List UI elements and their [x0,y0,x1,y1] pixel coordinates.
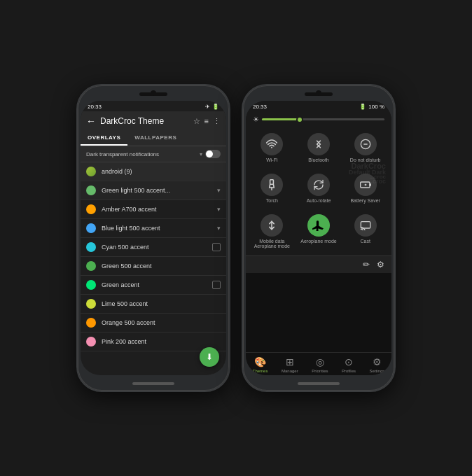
list-item[interactable]: android (9) [81,162,226,181]
themes-label: Themes [253,369,268,373]
right-camera [316,90,321,96]
qs-tile-autorotate[interactable]: Auto-rotate [297,169,341,207]
checkbox[interactable] [212,243,221,251]
nav-manager[interactable]: ⊞ Manager [282,356,298,373]
manager-icon: ⊞ [286,356,294,368]
brightness-slider[interactable] [262,118,384,120]
list-button[interactable]: ≡ [204,117,209,126]
autorotate-icon [307,174,330,196]
aeroplane-label: Aeroplane mode [300,239,336,244]
more-button[interactable]: ⋮ [213,117,221,126]
autorotate-label: Auto-rotate [307,198,331,203]
right-home-bar [298,382,340,385]
right-phone: 20:33 🔋 100 % ☀ [242,84,396,392]
color-swatch [86,242,96,252]
overlay-header-label: Dark transparent notifications [86,151,159,158]
overlay-list: android (9) Green light 500 accent... ▾ … [81,162,226,375]
list-item[interactable]: Amber A700 accent ▾ [81,200,226,219]
priorities-label: Priorities [312,369,328,373]
right-status-icons: 🔋 100 % [359,104,384,110]
watermark-text2: Default Dark...croc [349,168,386,186]
wifi-icon [261,133,283,155]
star-button[interactable]: ☆ [193,117,200,126]
nav-priorities[interactable]: ◎ Priorities [312,356,328,373]
dark-spacer [246,273,391,352]
mobile-data-label: Mobile data Aeroplane mode [254,239,290,248]
tab-wallpapers[interactable]: WALLPAPERS [127,131,183,146]
mobile-data-icon [261,214,283,237]
item-label: Lime 500 accent [102,300,221,307]
nav-settings-icon: ⚙ [373,356,382,368]
dropdown-arrow[interactable]: ▾ [200,151,202,158]
brightness-fill [262,118,299,120]
airplane-icon: ✈ [205,104,210,110]
aeroplane-icon [307,214,330,237]
pencil-icon[interactable]: ✏ [363,260,370,270]
nav-themes[interactable]: 🎨 Themes [253,356,268,373]
item-label: Amber A700 accent [102,206,211,213]
profiles-icon: ⊙ [345,356,353,368]
list-item[interactable]: Green light 500 accent... ▾ [81,181,226,200]
list-item[interactable]: Green 500 accent [81,257,226,276]
settings-icon[interactable]: ⚙ [377,260,384,270]
left-camera [151,90,156,96]
color-swatch [86,204,96,214]
android-icon [86,167,96,176]
cast-icon [354,214,377,237]
item-label: Green accent [102,281,207,288]
battery-saver-label: Battery Saver [350,198,380,203]
list-item[interactable]: Orange 500 accent [81,314,226,332]
checkbox[interactable] [212,281,221,289]
battery-icon: 🔋 [212,104,219,110]
color-swatch [86,223,96,233]
item-label: Pink 200 accent [102,338,221,345]
fab-download[interactable]: ⬇ [200,347,219,367]
qs-tile-mobile-data[interactable]: Mobile data Aeroplane mode [250,210,294,253]
color-swatch [86,299,96,309]
nav-settings[interactable]: ⚙ Settings [370,356,385,373]
qs-edit-bar: ✏ ⚙ [246,255,391,273]
torch-icon [261,174,283,196]
right-screen: 20:33 🔋 100 % ☀ [246,101,391,375]
list-item[interactable]: Lime 500 accent [81,295,226,314]
overlay-header-controls: ▾ [200,150,221,158]
settings-label: Settings [370,369,385,373]
list-item[interactable]: Green accent [81,276,226,295]
bluetooth-label: Bluetooth [308,158,329,162]
list-item[interactable]: Cyan 500 accent [81,238,226,257]
left-phone: 20:33 ✈ 🔋 ← DarkCroc Theme ☆ ≡ ⋮ [76,84,230,392]
overlay-toggle[interactable] [205,150,221,158]
overlay-header-row: Dark transparent notifications ▾ [81,146,226,162]
dropdown-icon[interactable]: ▾ [217,187,221,194]
list-item[interactable]: Blue light 500 accent ▾ [81,219,226,238]
priorities-icon: ◎ [316,356,324,368]
brightness-row: ☀ [246,111,391,126]
wifi-label: Wi-Fi [266,158,277,162]
item-label: Green 500 accent [102,262,221,270]
brightness-thumb[interactable] [296,116,303,123]
svg-rect-3 [270,180,274,184]
dropdown-icon[interactable]: ▾ [217,206,221,213]
tab-overlays[interactable]: OVERLAYS [81,131,127,146]
qs-tile-aeroplane[interactable]: Aeroplane mode [297,210,341,253]
bluetooth-icon [307,133,330,155]
back-button[interactable]: ← [86,115,96,127]
item-label: Cyan 500 accent [102,244,207,251]
left-screen: 20:33 ✈ 🔋 ← DarkCroc Theme ☆ ≡ ⋮ [81,101,226,375]
color-swatch [86,261,96,271]
qs-tile-cast[interactable]: Cast [343,210,387,253]
nav-profiles[interactable]: ⊙ Profiles [342,356,356,373]
tabs-bar: OVERLAYS WALLPAPERS [81,131,226,146]
right-status-bar: 20:33 🔋 100 % [246,101,391,111]
right-battery-pct: 100 % [368,104,384,110]
scene: 20:33 ✈ 🔋 ← DarkCroc Theme ☆ ≡ ⋮ [62,70,410,406]
qs-tile-torch[interactable]: Torch [250,169,294,207]
qs-tile-bluetooth[interactable]: Bluetooth [297,129,341,167]
dropdown-icon[interactable]: ▾ [217,225,221,232]
left-time: 20:33 [88,104,102,110]
item-label: android (9) [102,168,221,175]
quick-settings-grid: Wi-Fi Bluetooth [246,126,391,255]
bottom-nav: 🎨 Themes ⊞ Manager ◎ Priorities ⊙ Profil… [246,352,391,375]
qs-tile-wifi[interactable]: Wi-Fi [250,129,294,167]
right-battery-icon: 🔋 [359,104,366,110]
